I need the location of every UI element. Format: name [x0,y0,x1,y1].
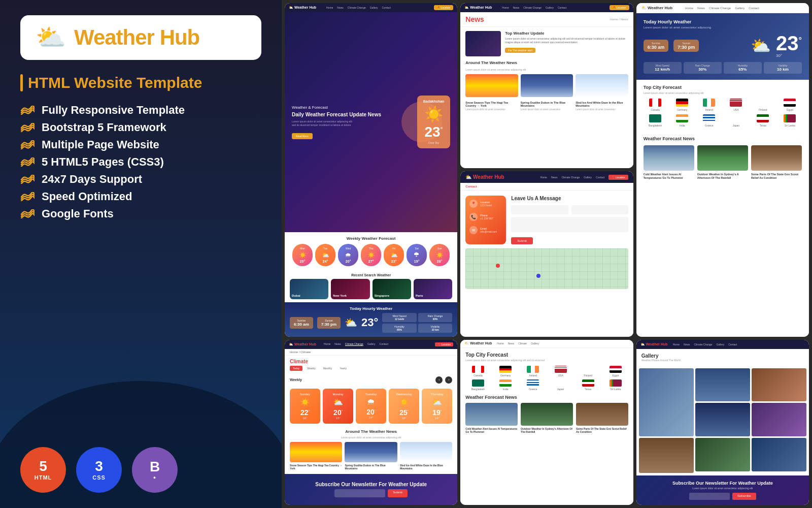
wind-box: Wind Speed 12 km/h [644,62,682,74]
ss-hourly-mini: Today Hourly Weather Sunrise 6:30 am Sun… [285,302,457,337]
weekly-nav: Weekly ‹ › [285,374,457,386]
subscribe-input[interactable] [689,493,730,500]
forecast-news-title: Weather Forecast News [636,136,809,141]
weekly-card-6: Sat 🌩 19° [407,244,427,266]
subscribe-btn[interactable]: Subscribe [732,493,756,500]
gallery-img-3 [752,368,806,402]
humidity-box: Humidity 65% [724,62,762,74]
gallery-img-2 [695,368,750,402]
climate-news-grid: Snow Season Tips The Hagi Tea Country → … [285,442,457,470]
tech-badges: 5 HTML 3 CSS B ● [20,447,261,493]
gallery-img-5 [752,403,806,436]
climate-header: ⛅ Weather Hub Home News Climate Change G… [285,340,457,349]
screenshot-main: ⛅ Weather Hub Home News Climate Change G… [285,3,457,337]
logo-text: Weather Hub [74,25,199,50]
screenshot-gallery: ⛅ Weather Hub Home News Climate Change G… [636,340,809,505]
contact-name-input[interactable] [511,205,568,214]
hero-temp-card: Badakhshan ☀️ 23° Clear Sky [417,96,451,148]
badge-css: 3 CSS [76,447,122,493]
country-egypt: Egypt [778,99,802,111]
country-srilanka: Sri Lanka [778,114,802,127]
around-title: Around The Weather News [465,60,628,65]
logo-box: ⛅ Weather Hub [20,15,261,60]
gallery-img-8 [752,438,806,471]
news-header: News Home / News [460,12,633,27]
newsletter-section: Subscribe Our Newsletter For Weather Upd… [285,474,457,505]
subtitle: HTML Website Template [20,74,261,91]
newsletter-submit[interactable]: Submit [388,489,408,497]
wave-icon-6 [20,192,35,201]
cn-item-2: Spring Dualike Dukon in The Blue Mountai… [345,442,397,470]
contact-message-input[interactable] [511,217,628,232]
wave-icon-4 [20,157,35,167]
fn-item-1: Cold Weather Alert Issues Al Temperature… [644,145,694,180]
contact-body: 📍 Location123 Street 📞 Phone+1 234 567 ✉… [460,190,633,336]
cf-flag-usa [555,366,567,373]
screenshot-climate: ⛅ Weather Hub Home News Climate Change G… [285,340,457,505]
phone-icon: 📞 [469,213,478,221]
country-usa: USA [724,99,748,111]
newsletter-input[interactable] [334,489,385,497]
country-india: India [670,114,694,127]
wave-icon-2 [20,123,35,132]
ss-nav-main: ⛅ Weather Hub Home News Climate Change G… [285,3,457,12]
weekly-card-4: Thu ☀️ 27° [361,244,381,266]
screenshot-city-forecast: ⛅ Weather Hub Home News Climate Gallery … [460,340,633,505]
cf-flag-greece [527,379,539,387]
cf-kenya: Texas [576,379,600,391]
climate-weather-cards: Sunday ☀️ 22° 18° Monday ⛅ 20° 15° Tuesd… [285,386,457,426]
contact-form-area: Leave Us A Message Submit [511,196,628,244]
news-nav-logo: ⛅ Weather Hub [464,6,492,10]
screenshot-news: ⛅ Weather Hub Home News Climate Change G… [460,3,633,168]
ss-weekly: Weekly Weather Forecast Mon ☀️ 26° Tue ⛅… [285,232,457,270]
cf-japan: Japan [548,379,573,391]
contact-submit-btn[interactable]: Submit [511,237,533,244]
cn-img-3 [400,442,452,462]
recent-card-sg: Singapore [373,279,411,299]
cf-flag-india [499,379,512,387]
feature-item-7: Google Fonts [20,207,261,220]
hero-text: Weather & Forecast Daily Weather Forecas… [292,105,381,139]
sunset-box: Sunset 7:30 pm [673,40,699,52]
cn-img-1 [290,442,342,462]
country-japan: Japan [724,114,748,127]
feature-item-6: Speed Optimized [20,190,261,203]
wfn-title: Weather Forecast News [465,395,628,400]
wfn-2: Outdoor Weather In Sydney's Afternoon Of… [521,403,573,433]
screenshot-contact: ⛅ Weather Hub Home News Climate Change G… [460,171,633,336]
weekly-card-7: Sun ☀️ 28° [429,244,450,266]
flag-usa [730,99,742,107]
feature-label-4: 5 HTML5 Pages (CSS3) [42,155,164,169]
flag-egypt [784,99,796,107]
cf-flag-srilanka [610,379,622,387]
nav-arrow-prev[interactable]: ‹ [435,376,443,384]
country-germany: Germany [670,99,694,111]
cw-card-3: Tuesday 🌧 20° 14° [356,389,386,424]
contact-nav-logo: ⛅ Weather Hub [465,174,504,180]
cn-item-3: Sled Ice And White Daze In the Blue Moun… [400,442,452,470]
flag-india [676,114,688,122]
rain-box: Rain Change 30% [684,62,722,74]
wave-icon-7 [20,209,35,218]
contact-email-input[interactable] [571,205,628,214]
news-main-image [465,31,501,56]
sunrise-box: Sunrise 6:30 am [644,40,669,52]
cf-egypt: Egypt [603,366,628,377]
nav-arrow-next[interactable]: › [445,376,452,384]
gallery-img-7 [695,438,750,471]
wfn-grid: Cold Weather Alert Issues Al Temperature… [465,403,628,433]
country-greece: Greece [697,114,721,127]
feature-item-4: 5 HTML5 Pages (CSS3) [20,155,261,169]
badge-html: 5 HTML [20,447,66,493]
recent-card-dubai: Dubai [290,279,328,299]
flag-srilanka [784,114,796,122]
hourly-details-grid: Wind Speed 12 km/h Rain Change 30% Humid… [644,62,802,74]
cf-flag-canada [472,366,484,373]
cf-country-grid: Canada Germany Ireland USA [465,366,628,391]
fn-img-3 [751,145,802,171]
cf-germany: Germany [493,366,518,377]
flag-canada [649,99,661,107]
contact-map [465,248,628,289]
flag-ireland [703,99,715,107]
left-panel: ⛅ Weather Hub HTML Website Template Full… [0,0,282,508]
